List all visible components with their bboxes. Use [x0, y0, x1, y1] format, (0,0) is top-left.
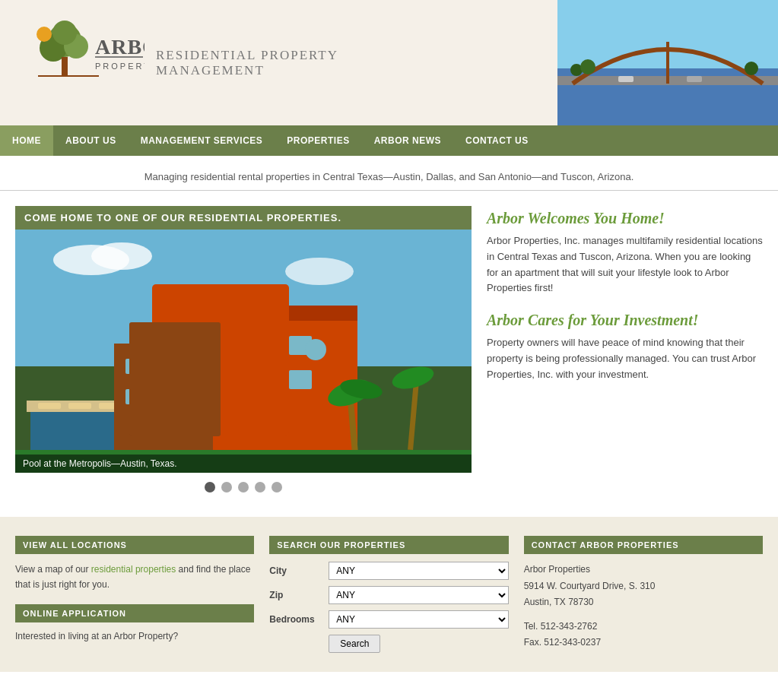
svg-rect-34 [255, 370, 278, 389]
nav-contact[interactable]: CONTACT US [453, 125, 541, 156]
contact-name: Arbor Properties [524, 562, 763, 578]
zip-label: Zip [269, 590, 322, 600]
svg-rect-30 [221, 336, 243, 355]
svg-point-4 [37, 27, 52, 42]
svg-rect-14 [618, 76, 634, 82]
nav-management[interactable]: MANAGEMENT SERVICES [129, 125, 275, 156]
contact-address2: Austin, TX 78730 [524, 594, 763, 611]
svg-point-22 [285, 258, 354, 285]
main-navigation: HOME ABOUT US MANAGEMENT SERVICES PROPER… [0, 125, 778, 156]
svg-point-3 [52, 21, 77, 45]
slide-dot-1[interactable] [205, 482, 215, 493]
footer-col-search: SEARCH OUR PROPERTIES City ANY Zip ANY B… [269, 536, 508, 653]
nav-properties[interactable]: PROPERTIES [275, 125, 361, 156]
slide-dot-5[interactable] [272, 482, 282, 493]
svg-rect-41 [125, 389, 144, 404]
investment-text: Property owners will have peace of mind … [487, 335, 763, 382]
header-banner-image [557, 0, 778, 125]
arbor-properties-logo: ARBOR PROPERTIES [15, 17, 144, 109]
search-button[interactable]: Search [329, 635, 380, 653]
svg-rect-35 [289, 370, 312, 389]
bedrooms-select[interactable]: ANY [329, 610, 508, 629]
right-panel: Arbor Welcomes You Home! Arbor Propertie… [487, 206, 763, 502]
svg-point-17 [580, 59, 595, 74]
nav-about[interactable]: ABOUT US [53, 125, 129, 156]
contact-title: CONTACT ARBOR PROPERTIES [524, 536, 763, 554]
investment-heading: Arbor Cares for Your Investment! [487, 312, 763, 329]
slide-header: COME HOME TO ONE OF OUR RESIDENTIAL PROP… [15, 206, 472, 230]
contact-address1: 5914 W. Courtyard Drive, S. 310 [524, 578, 763, 595]
city-row: City ANY [269, 562, 508, 580]
zip-select[interactable]: ANY [329, 586, 508, 604]
slide-dots [15, 473, 472, 502]
city-label: City [269, 565, 322, 576]
slide-dot-2[interactable] [221, 482, 232, 493]
svg-rect-26 [38, 403, 61, 409]
svg-point-18 [745, 62, 758, 75]
svg-point-21 [91, 242, 152, 270]
contact-tel: Tel. 512-343-2762 [524, 619, 763, 635]
nav-news[interactable]: ARBOR NEWS [362, 125, 453, 156]
slide-wrapper: Pool at the Metropolis—Austin, Texas. [15, 230, 472, 502]
online-application-text: Interested in living at an Arbor Propert… [15, 629, 254, 644]
welcome-heading: Arbor Welcomes You Home! [487, 210, 763, 227]
contact-fax: Fax. 512-343-0237 [524, 635, 763, 651]
svg-rect-38 [114, 344, 213, 458]
bedrooms-label: Bedrooms [269, 614, 322, 625]
svg-rect-33 [221, 370, 243, 389]
nav-home[interactable]: HOME [0, 125, 53, 156]
residential-properties-link[interactable]: residential properties [91, 564, 176, 575]
contact-info: Arbor Properties 5914 W. Courtyard Drive… [524, 562, 763, 651]
svg-rect-31 [255, 336, 278, 355]
slideshow-section: COME HOME TO ONE OF OUR RESIDENTIAL PROP… [15, 206, 472, 502]
svg-rect-37 [205, 306, 357, 321]
city-select[interactable]: ANY [329, 562, 508, 580]
footer-col-locations: VIEW ALL LOCATIONS View a map of our res… [15, 536, 254, 653]
slide-caption: Pool at the Metropolis—Austin, Texas. [15, 455, 472, 473]
bedrooms-row: Bedrooms ANY [269, 610, 508, 629]
footer-col-contact: CONTACT ARBOR PROPERTIES Arbor Propertie… [524, 536, 763, 653]
search-title: SEARCH OUR PROPERTIES [269, 536, 508, 554]
online-application-title: ONLINE APPLICATION [15, 604, 254, 622]
tagline-text: Managing residential rental properties i… [30, 171, 748, 182]
svg-rect-40 [156, 359, 175, 374]
tagline-bar: Managing residential rental properties i… [0, 156, 778, 191]
svg-rect-27 [68, 403, 91, 409]
svg-point-36 [305, 339, 326, 360]
svg-rect-39 [125, 359, 144, 374]
svg-rect-42 [156, 389, 175, 404]
view-locations-text: View a map of our residential properties… [15, 562, 254, 593]
svg-text:PROPERTIES: PROPERTIES [95, 62, 144, 71]
svg-rect-5 [62, 57, 68, 76]
svg-rect-15 [687, 76, 702, 82]
header: ARBOR PROPERTIES RESIDENTIAL PROPERTY MA… [0, 0, 778, 125]
view-locations-title: VIEW ALL LOCATIONS [15, 536, 254, 554]
slide-dot-4[interactable] [255, 482, 265, 493]
site-title: RESIDENTIAL PROPERTY MANAGEMENT [156, 48, 338, 78]
welcome-text: Arbor Properties, Inc. manages multifami… [487, 233, 763, 296]
svg-text:ARBOR: ARBOR [95, 35, 144, 59]
footer: VIEW ALL LOCATIONS View a map of our res… [0, 517, 778, 672]
slide-dot-3[interactable] [238, 482, 249, 493]
main-content: COME HOME TO ONE OF OUR RESIDENTIAL PROP… [0, 191, 778, 517]
zip-row: Zip ANY [269, 586, 508, 604]
slide-image: Pool at the Metropolis—Austin, Texas. [15, 230, 472, 473]
